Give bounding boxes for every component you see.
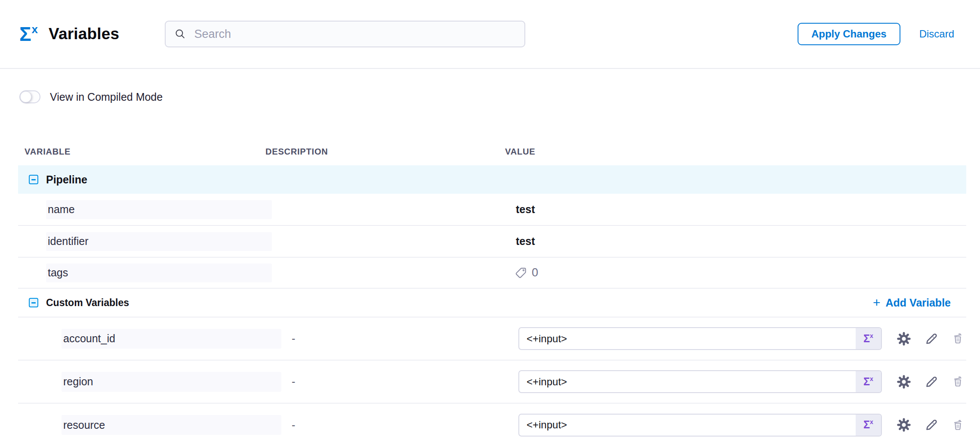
value-cell: test [505, 235, 535, 248]
runtime-input-sigma-chip[interactable]: Σx [856, 415, 881, 436]
edit-button[interactable] [924, 331, 939, 346]
variable-name-cell: name [46, 200, 272, 219]
add-variable-button[interactable]: + Add Variable [873, 288, 951, 317]
runtime-input-sigma-chip[interactable]: Σx [856, 328, 881, 349]
page-title: Variables [49, 25, 119, 43]
pencil-icon [924, 375, 939, 389]
description-cell: - [265, 419, 505, 431]
section-title: Pipeline [46, 173, 87, 186]
column-header-value: VALUE [505, 147, 966, 157]
description-cell: - [265, 332, 505, 345]
table-row: resource - <+input> Σx [18, 403, 966, 446]
trash-icon [952, 419, 964, 431]
runtime-input-sigma-chip[interactable]: Σx [856, 371, 881, 392]
table-row: account_id - <+input> Σx [18, 317, 966, 360]
sigma-x-icon: Σx [863, 376, 873, 387]
variable-name-cell: resource [62, 415, 281, 435]
sigma-x-icon: Σx [19, 24, 37, 44]
table-row: tags 0 [18, 257, 966, 288]
compiled-mode-toggle[interactable] [19, 90, 40, 103]
header-actions: Apply Changes Discard [798, 23, 954, 45]
settings-button[interactable] [897, 418, 911, 432]
variable-value-input[interactable]: <+input> Σx [518, 414, 882, 437]
gear-icon [897, 375, 911, 389]
collapse-icon[interactable] [29, 175, 38, 184]
search-icon [174, 28, 186, 40]
section-title: Custom Variables [46, 297, 129, 309]
delete-button[interactable] [952, 419, 964, 431]
settings-button[interactable] [897, 331, 911, 346]
apply-changes-button[interactable]: Apply Changes [798, 23, 900, 45]
variable-value-input[interactable]: <+input> Σx [518, 370, 882, 393]
column-header-description: DESCRIPTION [265, 147, 505, 157]
section-row-custom-variables: Custom Variables + Add Variable [18, 288, 966, 317]
compiled-mode-label: View in Compiled Mode [50, 91, 163, 103]
gear-icon [897, 331, 911, 346]
tags-count: 0 [505, 266, 538, 279]
section-row-pipeline: Pipeline [18, 165, 966, 194]
sigma-x-icon: Σx [863, 333, 873, 344]
table-header-row: VARIABLE DESCRIPTION VALUE [18, 138, 966, 165]
delete-button[interactable] [952, 332, 964, 345]
compiled-mode-row: View in Compiled Mode [19, 90, 980, 103]
tag-icon [515, 266, 527, 279]
gear-icon [897, 418, 911, 432]
pencil-icon [924, 418, 939, 432]
search-box[interactable] [165, 21, 525, 47]
column-header-variable: VARIABLE [18, 147, 265, 157]
trash-icon [952, 375, 964, 388]
toggle-knob-icon [20, 91, 31, 102]
variable-name-cell: identifier [46, 232, 272, 251]
collapse-icon[interactable] [29, 298, 38, 307]
discard-link[interactable]: Discard [919, 28, 954, 40]
value-cell: test [505, 203, 535, 216]
pencil-icon [924, 331, 939, 346]
variable-name-cell: account_id [62, 329, 281, 349]
table-row: name test [18, 194, 966, 226]
sigma-x-icon: Σx [863, 419, 873, 430]
trash-icon [952, 332, 964, 345]
variable-value-input[interactable]: <+input> Σx [518, 327, 882, 350]
settings-button[interactable] [897, 375, 911, 389]
edit-button[interactable] [924, 418, 939, 432]
variable-name-cell: tags [46, 263, 272, 282]
edit-button[interactable] [924, 375, 939, 389]
variables-table: VARIABLE DESCRIPTION VALUE Pipeline name… [18, 138, 966, 446]
variable-name-cell: region [62, 372, 281, 392]
delete-button[interactable] [952, 375, 964, 388]
page-header: Σx Variables Apply Changes Discard [0, 0, 980, 69]
table-row: identifier test [18, 226, 966, 257]
plus-icon: + [873, 296, 881, 309]
table-row: region - <+input> Σx [18, 360, 966, 403]
search-input[interactable] [193, 27, 516, 41]
description-cell: - [265, 375, 505, 388]
